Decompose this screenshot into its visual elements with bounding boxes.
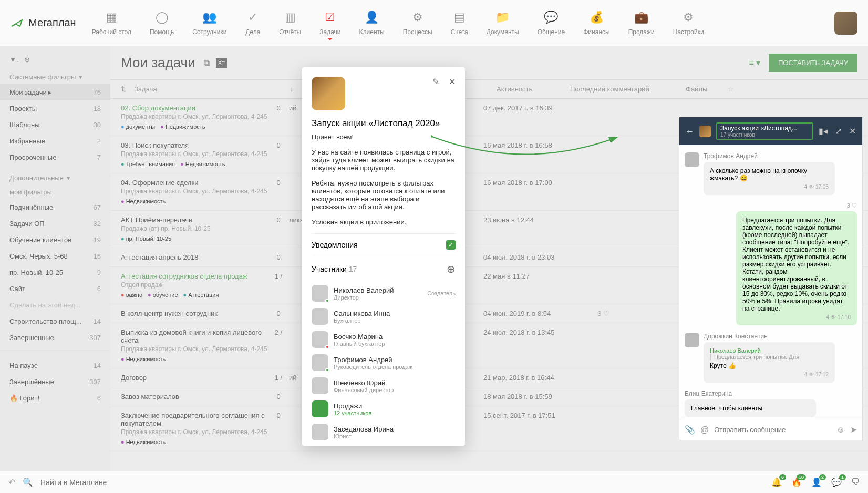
footer-bell-icon[interactable]: 🔔6 [771, 477, 782, 487]
topbar: Мегаплан ▦Рабочий стол◯Помощь👥Сотрудники… [0, 0, 868, 46]
nav-Общение[interactable]: 💬Общение [538, 11, 565, 36]
nav-Документы[interactable]: 📁Документы [487, 11, 519, 36]
chat-input[interactable] [714, 426, 831, 434]
participant-row[interactable]: Сальникова ИннаБухгалтер [312, 305, 456, 328]
notifications-label: Уведомления [312, 241, 358, 249]
notifications-checkbox[interactable]: ✓ [446, 240, 456, 250]
task-modal: ✎ ✕ Запуск акции «Листопад 2020» Привет … [302, 67, 465, 446]
footer-message-icon[interactable]: 🗨 [851, 477, 860, 487]
participant-row[interactable]: Боечко МаринаГлавный бухгалтер [312, 328, 456, 351]
participants-label: Участники [312, 265, 347, 273]
chat-message: Дорожкин КонстантинНиколаев ВалерийПредл… [685, 333, 857, 383]
modal-para2: Ребята, нужно посмотреть в фильтрах клие… [312, 179, 456, 211]
task-image [312, 77, 345, 110]
participant-row[interactable]: Николаев ВалерийДиректор Создатель [312, 282, 456, 305]
chat-panel: ← Запуск акции «Листопад... 17 участнико… [679, 117, 863, 440]
modal-title: Запуск акции «Листопад 2020» [312, 118, 456, 129]
nav-Дела[interactable]: ✓Дела [245, 11, 261, 36]
emoji-icon[interactable]: ☺ [836, 425, 845, 435]
nav-Рабочий стол[interactable]: ▦Рабочий стол [92, 11, 131, 36]
footer-chat-icon[interactable]: 💬1 [831, 477, 842, 487]
chat-message: Трофимов АндрейА сколько раз можно на кн… [685, 152, 857, 195]
chat-message: Блиц ЕкатеринаГлавное, чтобы клиенты [685, 390, 857, 417]
attach-icon[interactable]: 📎 [685, 425, 695, 435]
chat-message: 3 ♡Предлагается три попытки. Для завлеку… [685, 202, 857, 325]
send-icon[interactable]: ➤ [850, 425, 857, 435]
nav-Настройки[interactable]: ⚙Настройки [673, 11, 704, 36]
chat-back-icon[interactable]: ← [686, 127, 694, 136]
nav-Финансы[interactable]: 💰Финансы [583, 11, 609, 36]
search-icon[interactable]: 🔍 [23, 477, 33, 487]
nav-Счета[interactable]: ▤Счета [451, 11, 468, 36]
chat-title-box[interactable]: Запуск акции «Листопад... 17 участников [716, 122, 813, 140]
modal-para3: Условия акции в приложении. [312, 218, 456, 226]
video-icon[interactable]: ▮◂ [819, 126, 828, 136]
chat-input-bar: 📎 @ ☺ ➤ [679, 419, 862, 440]
footer: ↶ 🔍 🔔6 🔥10 👤2 💬1 🗨 [0, 471, 868, 493]
edit-icon[interactable]: ✎ [432, 77, 439, 87]
nav-Задачи[interactable]: ☑Задачи [319, 11, 340, 36]
logo[interactable]: Мегаплан [11, 17, 76, 29]
modal-para1: У нас на сайте появилась страница с игро… [312, 148, 456, 172]
chat-close-icon[interactable]: ✕ [849, 126, 856, 136]
chat-avatar [699, 126, 711, 137]
mention-icon[interactable]: @ [700, 425, 709, 435]
nav-Отчёты[interactable]: ▥Отчёты [279, 11, 301, 36]
nav-Сотрудники[interactable]: 👥Сотрудники [192, 11, 226, 36]
participant-row[interactable]: Трофимов АндрейРуководитель отдела прода… [312, 351, 456, 374]
global-search[interactable] [40, 478, 198, 487]
expand-icon[interactable]: ⤢ [835, 126, 842, 136]
participant-row[interactable]: Продажи12 участников [312, 397, 456, 420]
nav-Помощь[interactable]: ◯Помощь [150, 11, 174, 36]
nav-Клиенты[interactable]: 👤Клиенты [359, 11, 385, 36]
chat-body: Трофимов АндрейА сколько раз можно на кн… [679, 145, 862, 419]
user-avatar[interactable] [834, 12, 857, 35]
participant-row[interactable]: Заседалова ИринаЮрист [312, 420, 456, 444]
footer-user-icon[interactable]: 👤2 [811, 477, 822, 487]
participant-row[interactable]: Шевченко ЮрийФинансовый директор [312, 374, 456, 397]
close-icon[interactable]: ✕ [449, 77, 456, 87]
footer-fire-icon[interactable]: 🔥10 [791, 477, 802, 487]
chat-header: ← Запуск акции «Листопад... 17 участнико… [679, 117, 862, 145]
add-participant-icon[interactable]: ⊕ [447, 263, 456, 275]
modal-greeting: Привет всем! [312, 133, 456, 141]
history-icon[interactable]: ↶ [8, 477, 15, 487]
nav-Процессы[interactable]: ⚙Процессы [403, 11, 432, 36]
nav-Продажи[interactable]: 💼Продажи [628, 11, 655, 36]
